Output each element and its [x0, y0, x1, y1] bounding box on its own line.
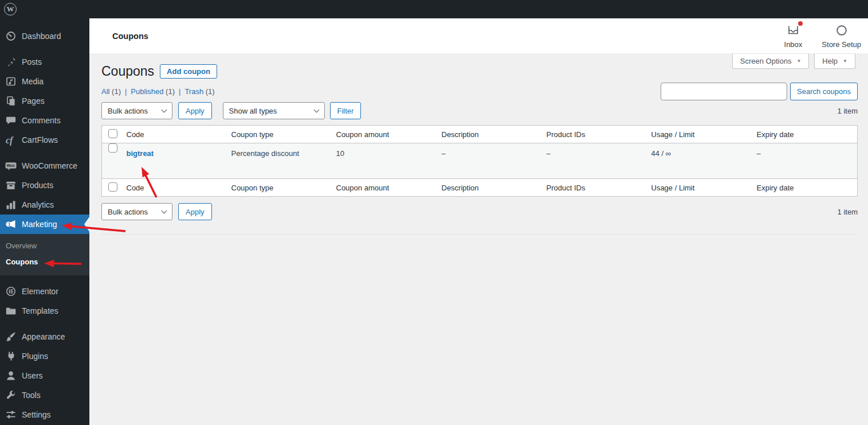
chevron-down-icon: ▼	[796, 59, 801, 64]
chevron-down-icon: ▼	[843, 59, 847, 64]
sidebar-item-tools[interactable]: Tools	[0, 385, 89, 405]
sidebar-item-posts[interactable]: Posts	[0, 52, 89, 72]
wordpress-logo-icon[interactable]: W	[4, 3, 17, 15]
sidebar-label: Tools	[22, 391, 41, 400]
products-icon	[5, 180, 17, 191]
view-all-link[interactable]: All (1)	[101, 87, 121, 96]
inbox-icon	[786, 30, 800, 38]
megaphone-icon	[5, 219, 17, 230]
coupon-type-select[interactable]: Show all types	[223, 102, 325, 119]
sidebar-item-plugins[interactable]: Plugins	[0, 346, 89, 366]
sidebar-label: Users	[22, 371, 43, 380]
view-trash-link[interactable]: Trash (1)	[184, 87, 214, 96]
woocommerce-header: Coupons Inbox Store Setup	[89, 18, 868, 53]
sidebar-label: Posts	[22, 57, 42, 67]
add-coupon-button[interactable]: Add coupon	[160, 64, 217, 79]
sidebar-label: CartFlows	[22, 135, 58, 145]
sidebar-item-dashboard[interactable]: Dashboard	[0, 26, 89, 46]
search-coupons-button[interactable]: Search coupons	[790, 83, 858, 100]
sidebar-item-marketing[interactable]: Marketing	[0, 215, 89, 234]
tools-icon	[5, 389, 17, 401]
apply-button[interactable]: Apply	[178, 102, 212, 119]
marketing-submenu: Overview Coupons	[0, 234, 89, 275]
sidebar-item-woocommerce[interactable]: Woo WooCommerce	[0, 156, 89, 176]
sidebar-item-pages[interactable]: Pages	[0, 91, 89, 111]
coupon-search: Search coupons	[661, 83, 858, 100]
column-header-product-ids: Product IDs	[541, 126, 646, 143]
sidebar-label: Comments	[22, 116, 61, 125]
comments-icon	[5, 115, 17, 126]
table-header-row: Code Coupon type Coupon amount Descripti…	[102, 126, 858, 143]
sidebar-item-cartflows[interactable]: cf CartFlows	[0, 130, 89, 150]
sidebar-item-elementor[interactable]: Elementor	[0, 282, 89, 301]
divider	[101, 234, 858, 235]
sidebar-label: Products	[22, 181, 53, 190]
tablenav-bottom: Bulk actions Apply 1 item	[101, 203, 858, 220]
help-toggle[interactable]: Help ▼	[814, 53, 855, 69]
woocommerce-icon: Woo	[5, 160, 17, 171]
screen-options-toggle[interactable]: Screen Options ▼	[732, 53, 810, 69]
pin-icon	[5, 56, 17, 68]
expiry-date-cell: –	[751, 143, 858, 179]
column-header-code[interactable]: Code	[121, 126, 226, 143]
bulk-actions-select[interactable]: Bulk actions	[101, 102, 172, 119]
column-header-type: Coupon type	[226, 126, 331, 143]
admin-bar: W	[0, 0, 868, 18]
sidebar-item-comments[interactable]: Comments	[0, 111, 89, 130]
unread-badge	[798, 21, 803, 26]
inbox-label: Inbox	[784, 40, 803, 49]
view-published-link[interactable]: Published (1)	[131, 87, 175, 96]
sidebar-item-users[interactable]: Users	[0, 366, 89, 385]
coupon-code-link[interactable]: bigtreat	[127, 149, 154, 158]
select-all-checkbox-bottom[interactable]	[108, 182, 117, 192]
wordpress-logo-letter: W	[7, 5, 14, 14]
users-icon	[5, 370, 17, 381]
sidebar-item-products[interactable]: Products	[0, 176, 89, 195]
select-all-checkbox[interactable]	[108, 129, 117, 138]
svg-text:cf: cf	[6, 135, 14, 146]
screen-options-label: Screen Options	[740, 57, 792, 65]
sidebar-label: Templates	[22, 306, 58, 315]
coupons-page: Screen Options ▼ Help ▼ Coupons Add coup…	[89, 53, 868, 425]
item-count-bottom: 1 item	[838, 208, 858, 216]
column-header-usage-limit: Usage / Limit	[646, 126, 751, 143]
store-setup-button[interactable]: Store Setup	[822, 23, 861, 49]
sidebar-label: Media	[22, 77, 44, 86]
dashboard-icon	[5, 30, 17, 42]
item-count: 1 item	[838, 107, 858, 115]
submenu-item-coupons[interactable]: Coupons	[0, 254, 89, 270]
media-icon	[5, 76, 17, 87]
description-cell: –	[436, 143, 541, 179]
inbox-button[interactable]: Inbox	[784, 23, 803, 49]
column-header-amount: Coupon amount	[331, 126, 436, 143]
sidebar-item-analytics[interactable]: Analytics	[0, 195, 89, 215]
apply-button-bottom[interactable]: Apply	[178, 203, 212, 220]
filter-button[interactable]: Filter	[330, 102, 362, 119]
settings-icon	[5, 409, 17, 420]
sidebar-label: Appearance	[22, 332, 65, 341]
sidebar-item-media[interactable]: Media	[0, 72, 89, 91]
bulk-actions-select-bottom[interactable]: Bulk actions	[101, 203, 172, 220]
current-menu-arrow	[84, 217, 89, 232]
sidebar-label: WooCommerce	[22, 161, 77, 170]
sidebar-label: Elementor	[22, 287, 58, 296]
table-footer-row: Code Coupon type Coupon amount Descripti…	[102, 179, 858, 197]
chevron-down-icon	[162, 107, 167, 113]
analytics-icon	[5, 199, 17, 210]
column-header-description: Description	[436, 126, 541, 143]
column-header-expiry: Expiry date	[751, 126, 858, 143]
templates-icon	[5, 305, 17, 317]
chevron-down-icon	[313, 107, 319, 113]
plugins-icon	[5, 350, 17, 362]
sidebar-item-settings[interactable]: Settings	[0, 405, 89, 424]
sidebar-label: Dashboard	[22, 32, 61, 41]
row-checkbox[interactable]	[108, 143, 117, 153]
search-input[interactable]	[661, 83, 787, 100]
product-ids-cell: –	[541, 143, 646, 179]
sidebar-item-appearance[interactable]: Appearance	[0, 327, 89, 346]
submenu-item-overview[interactable]: Overview	[0, 238, 89, 254]
help-label: Help	[822, 57, 838, 65]
table-row: bigtreat Percentage discount 10 – – 44 /…	[102, 143, 858, 179]
sidebar-item-templates[interactable]: Templates	[0, 301, 89, 321]
chevron-down-icon	[162, 208, 167, 214]
